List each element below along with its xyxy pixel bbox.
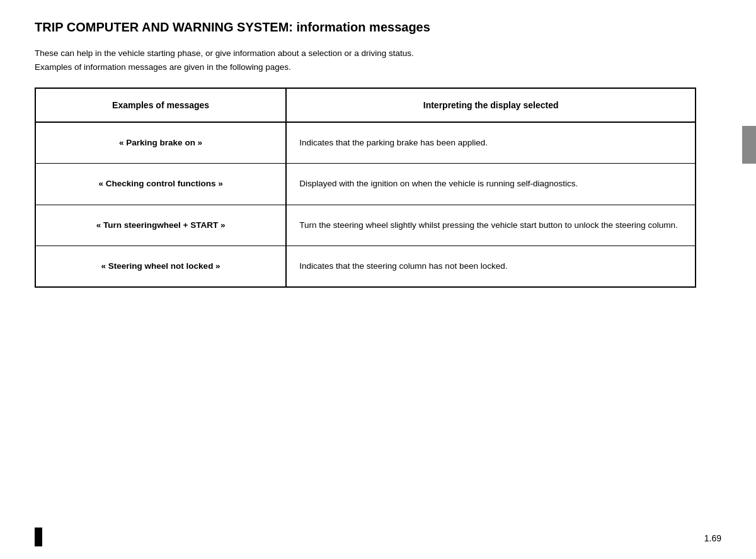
table-row: « Steering wheel not locked »Indicates t… <box>35 246 696 287</box>
table-row: « Turn steeringwheel + START »Turn the s… <box>35 205 696 246</box>
table-row: « Parking brake on »Indicates that the p… <box>35 122 696 164</box>
table-cell-message-1: « Checking control functions » <box>35 164 286 205</box>
col1-header: Examples of messages <box>35 88 286 122</box>
info-table: Examples of messages Interpreting the di… <box>35 88 696 288</box>
table-row: « Checking control functions »Displayed … <box>35 164 696 205</box>
table-cell-interpretation-2: Turn the steering wheel slightly whilst … <box>286 205 696 246</box>
table-cell-interpretation-1: Displayed with the ignition on when the … <box>286 164 696 205</box>
table-header-row: Examples of messages Interpreting the di… <box>35 88 696 122</box>
right-tab-indicator <box>742 126 756 164</box>
table-cell-interpretation-3: Indicates that the steering column has n… <box>286 246 696 287</box>
page-number: 1.69 <box>704 533 721 543</box>
table-cell-message-2: « Turn steeringwheel + START » <box>35 205 286 246</box>
table-cell-message-3: « Steering wheel not locked » <box>35 246 286 287</box>
bottom-bar-indicator <box>35 528 42 546</box>
col2-header: Interpreting the display selected <box>286 88 696 122</box>
table-cell-interpretation-0: Indicates that the parking brake has bee… <box>286 122 696 164</box>
table-cell-message-0: « Parking brake on » <box>35 122 286 164</box>
intro-paragraph: These can help in the vehicle starting p… <box>35 47 696 74</box>
page-title: TRIP COMPUTER AND WARNING SYSTEM: inform… <box>35 19 696 35</box>
